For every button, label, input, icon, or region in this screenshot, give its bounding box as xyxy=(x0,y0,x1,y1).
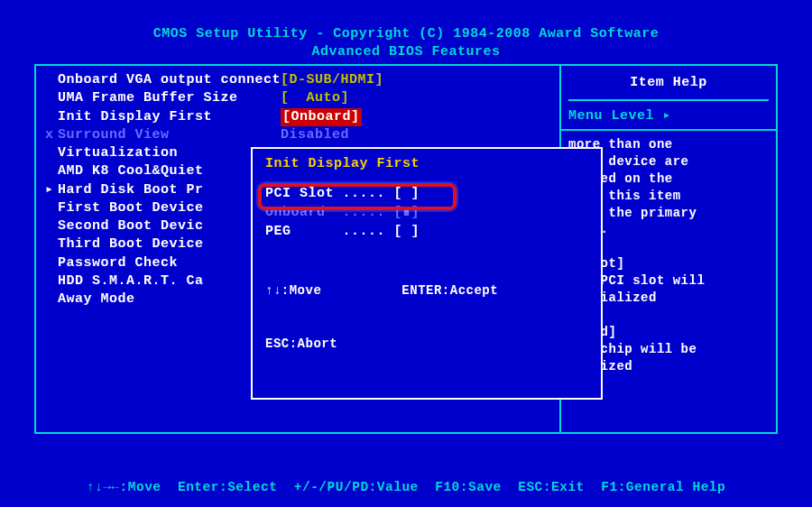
header: CMOS Setup Utility - Copyright (C) 1984-… xyxy=(34,25,778,60)
menu-marker xyxy=(45,272,58,290)
menu-marker xyxy=(45,71,58,89)
menu-label: Init Display First xyxy=(58,108,281,126)
menu-marker xyxy=(45,254,58,272)
menu-value: [ Auto] xyxy=(281,89,349,107)
menu-label: Password Check xyxy=(58,254,178,272)
popup-init-display-first[interactable]: Init Display First PCI Slot ..... [ ]Onb… xyxy=(251,147,603,400)
menu-marker xyxy=(45,108,58,126)
menu-marker xyxy=(45,217,58,235)
popup-title: Init Display First xyxy=(265,156,588,171)
header-line1: CMOS Setup Utility - Copyright (C) 1984-… xyxy=(34,25,778,43)
menu-marker xyxy=(45,199,58,217)
menu-label: Virtualization xyxy=(58,144,178,162)
menu-value: [Onboard] xyxy=(281,108,362,126)
menu-label: Hard Disk Boot Pr xyxy=(58,181,204,199)
menu-marker xyxy=(45,144,58,162)
menu-level: Menu Level ▸ xyxy=(568,106,769,124)
menu-item[interactable]: UMA Frame Buffer Size [ Auto] xyxy=(45,89,556,107)
help-title: Item Help xyxy=(568,71,769,101)
menu-label: Third Boot Device xyxy=(58,235,204,254)
menu-marker xyxy=(45,162,58,180)
bios-screen: CMOS Setup Utility - Copyright (C) 1984-… xyxy=(0,0,812,507)
popup-option[interactable]: PCI Slot ..... [ ] xyxy=(265,184,588,203)
main-frame: Onboard VGA output connect[D-SUB/HDMI] U… xyxy=(34,64,778,434)
menu-marker xyxy=(45,290,58,309)
menu-label: First Boot Device xyxy=(58,199,204,217)
popup-option[interactable]: Onboard ..... [∎] xyxy=(265,203,588,222)
menu-value: Disabled xyxy=(281,126,349,144)
menu-label: UMA Frame Buffer Size xyxy=(58,89,281,107)
menu-marker: ▸ xyxy=(45,181,58,199)
popup-hints: ↑↓:Move ENTER:Accept ESC:Abort xyxy=(265,247,588,389)
menu-label: Second Boot Devic xyxy=(58,217,204,235)
menu-item[interactable]: xSurround View Disabled xyxy=(45,126,556,144)
popup-hint-line1: ↑↓:Move ENTER:Accept xyxy=(265,282,588,300)
menu-marker xyxy=(45,89,58,107)
settings-panel: Onboard VGA output connect[D-SUB/HDMI] U… xyxy=(36,66,559,432)
menu-label: Surround View xyxy=(58,126,281,144)
menu-value: [D-SUB/HDMI] xyxy=(281,71,383,89)
menu-label: AMD K8 Cool&Quiet xyxy=(58,162,204,180)
footer-line1: ↑↓→←:Move Enter:Select +/-/PU/PD:Value F… xyxy=(34,478,778,496)
menu-label: HDD S.M.A.R.T. Ca xyxy=(58,272,204,290)
menu-label: Away Mode xyxy=(58,290,135,309)
menu-marker xyxy=(45,235,58,254)
popup-options[interactable]: PCI Slot ..... [ ]Onboard ..... [∎]PEG .… xyxy=(265,184,588,241)
popup-option[interactable]: PEG ..... [ ] xyxy=(265,222,588,241)
header-line2: Advanced BIOS Features xyxy=(34,43,778,61)
menu-item[interactable]: Init Display First [Onboard] xyxy=(45,108,556,126)
footer: ↑↓→←:Move Enter:Select +/-/PU/PD:Value F… xyxy=(34,441,778,507)
menu-label: Onboard VGA output connect xyxy=(58,71,281,89)
popup-hint-line2: ESC:Abort xyxy=(265,336,588,354)
menu-marker: x xyxy=(45,126,58,144)
menu-item[interactable]: Onboard VGA output connect[D-SUB/HDMI] xyxy=(45,71,556,89)
